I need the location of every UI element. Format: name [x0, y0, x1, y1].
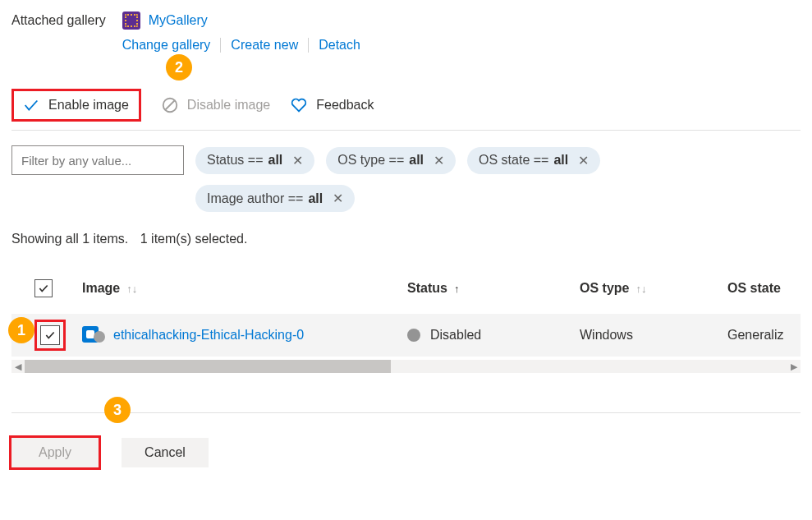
disable-image-label: Disable image [187, 98, 270, 113]
col-header-status-label: Status [407, 281, 447, 296]
sort-icon: ↑↓ [635, 283, 646, 295]
change-gallery-link[interactable]: Change gallery [122, 38, 221, 53]
annotation-step-1: 1 [8, 317, 34, 343]
check-icon [22, 96, 40, 114]
filter-pill-image-author[interactable]: Image author == all ✕ [195, 185, 355, 212]
filter-pill-os-type[interactable]: OS type == all ✕ [326, 147, 456, 174]
attached-gallery-label: Attached gallery [11, 12, 106, 28]
close-icon[interactable]: ✕ [434, 153, 444, 168]
scroll-thumb[interactable] [25, 360, 391, 373]
pill-value: all [308, 191, 323, 206]
pill-value: all [409, 153, 424, 168]
col-header-os-type[interactable]: OS type ↑↓ [580, 281, 727, 296]
pill-label: OS type == [337, 153, 404, 168]
filter-pill-os-state[interactable]: OS state == all ✕ [467, 147, 600, 174]
row-checkbox[interactable] [40, 325, 60, 345]
os-type-text: Windows [580, 328, 633, 343]
pill-label: OS state == [479, 153, 548, 168]
create-new-link[interactable]: Create new [221, 38, 308, 53]
sort-up-icon: ↑ [454, 283, 460, 295]
os-state-text: Generaliz [727, 328, 783, 343]
sort-icon: ↑↓ [126, 283, 137, 295]
pill-label: Image author == [207, 191, 303, 206]
enable-image-label: Enable image [48, 98, 129, 113]
disable-image-button: Disable image [161, 96, 270, 114]
feedback-label: Feedback [316, 98, 374, 113]
close-icon[interactable]: ✕ [333, 191, 343, 206]
results-showing-text: Showing all 1 items. [11, 232, 128, 246]
pill-value: all [268, 153, 283, 168]
pill-value: all [553, 153, 568, 168]
col-header-image-label: Image [82, 281, 120, 296]
prohibit-icon [161, 96, 179, 114]
table-row[interactable]: ethicalhacking-Ethical-Hacking-0 Disable… [11, 314, 801, 357]
status-dot-icon [407, 329, 420, 342]
heart-icon [290, 96, 308, 114]
scroll-right-icon[interactable]: ▶ [787, 361, 801, 372]
scroll-left-icon[interactable]: ◀ [11, 361, 25, 372]
apply-button[interactable]: Apply [11, 438, 99, 467]
table-header: Image ↑↓ Status ↑ OS type ↑↓ OS state [11, 271, 801, 306]
annotation-step-2: 2 [166, 54, 192, 81]
col-header-os-type-label: OS type [580, 281, 629, 296]
results-selected-text: 1 item(s) selected. [140, 232, 248, 246]
vm-image-icon [82, 324, 103, 346]
row-checkbox-highlight [34, 320, 66, 351]
enable-image-button[interactable]: Enable image [11, 89, 141, 122]
scroll-track[interactable] [25, 360, 787, 373]
gallery-name-link[interactable]: MyGallery [149, 13, 208, 28]
col-header-image[interactable]: Image ↑↓ [79, 281, 407, 296]
feedback-button[interactable]: Feedback [290, 96, 374, 114]
col-header-os-state-label: OS state [727, 281, 781, 296]
cancel-button[interactable]: Cancel [122, 438, 209, 467]
image-name-link[interactable]: ethicalhacking-Ethical-Hacking-0 [113, 328, 304, 343]
gallery-icon [122, 12, 140, 30]
status-text: Disabled [430, 328, 481, 343]
close-icon[interactable]: ✕ [292, 153, 303, 168]
annotation-step-3: 3 [104, 397, 131, 423]
filter-input[interactable] [11, 145, 184, 175]
svg-line-1 [165, 101, 174, 110]
detach-link[interactable]: Detach [309, 38, 370, 53]
horizontal-scrollbar[interactable]: ◀ ▶ [11, 360, 801, 373]
close-icon[interactable]: ✕ [578, 153, 589, 168]
pill-label: Status == [207, 153, 264, 168]
filter-pill-status[interactable]: Status == all ✕ [195, 147, 314, 174]
select-all-checkbox[interactable] [34, 279, 53, 297]
col-header-os-state[interactable]: OS state [727, 281, 801, 296]
col-header-status[interactable]: Status ↑ [407, 281, 580, 296]
